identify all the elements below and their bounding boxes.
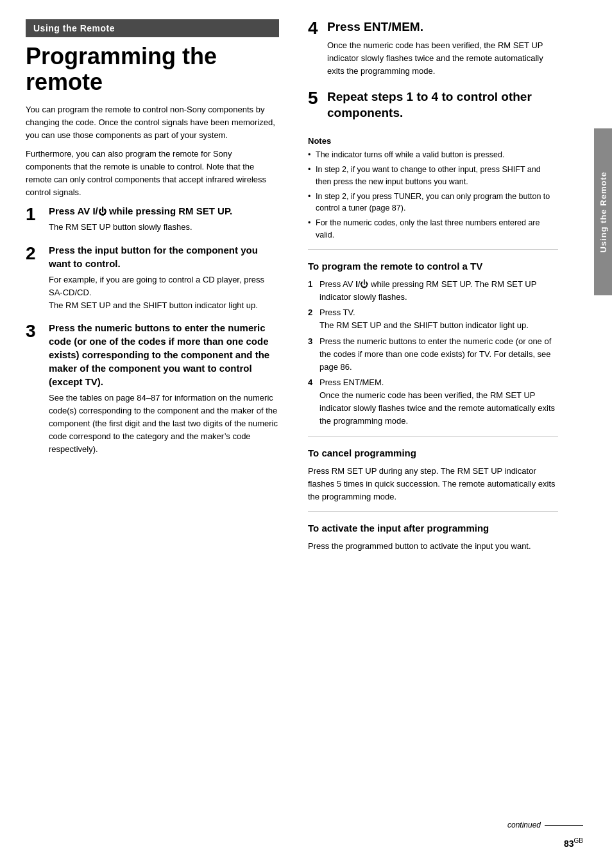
- step-2-number: 2: [26, 245, 49, 263]
- tv-step-1: 1 Press AV I/⏻ while pressing RM SET UP.…: [308, 278, 558, 304]
- divider-2: [308, 436, 558, 437]
- step-4: 4 Press ENT/MEM. Once the numeric code h…: [308, 19, 558, 78]
- step-1: 1 Press AV I/⏻ while pressing RM SET UP.…: [26, 204, 279, 234]
- step-1-desc: The RM SET UP button slowly flashes.: [49, 221, 279, 234]
- subsection-cancel: To cancel programming Press RM SET UP du…: [308, 447, 558, 504]
- step-5: 5 Repeat steps 1 to 4 to control other c…: [308, 89, 558, 125]
- continued-area: continued: [507, 820, 583, 829]
- step-5-number: 5: [308, 89, 327, 107]
- page: Using the Remote Programming the remote …: [0, 0, 612, 868]
- step-3: 3 Press the numeric buttons to enter the…: [26, 321, 279, 456]
- step-3-title: Press the numeric buttons to enter the n…: [49, 321, 279, 388]
- step-2: 2 Press the input button for the compone…: [26, 243, 279, 312]
- subsection-activate: To activate the input after programming …: [308, 522, 558, 553]
- continued-dash: [545, 825, 583, 826]
- divider-3: [308, 511, 558, 512]
- subsection-tv-title: To program the remote to control a TV: [308, 260, 558, 273]
- intro-paragraph-2: Furthermore, you can also program the re…: [26, 148, 279, 200]
- sidebar-tab-label: Using the Remote: [599, 171, 608, 253]
- subsection-cancel-text: Press RM SET UP during any step. The RM …: [308, 465, 558, 503]
- subsection-cancel-title: To cancel programming: [308, 447, 558, 460]
- step-1-title: Press AV I/⏻ while pressing RM SET UP.: [49, 204, 279, 218]
- step-2-desc: For example, if you are going to control…: [49, 273, 279, 312]
- note-item: In step 2, if you want to change to othe…: [308, 164, 558, 188]
- step-5-content: Repeat steps 1 to 4 to control other com…: [327, 89, 558, 125]
- step-3-desc: See the tables on page 84–87 for informa…: [49, 392, 279, 456]
- step-1-content: Press AV I/⏻ while pressing RM SET UP. T…: [49, 204, 279, 234]
- divider: [308, 249, 558, 250]
- tv-step-2: 2 Press TV.The RM SET UP and the SHIFT b…: [308, 306, 558, 332]
- notes-list: The indicator turns off while a valid bu…: [308, 149, 558, 241]
- note-item: For the numeric codes, only the last thr…: [308, 217, 558, 241]
- subsection-activate-text: Press the programmed button to activate …: [308, 540, 558, 553]
- intro-paragraph-1: You can program the remote to control no…: [26, 103, 279, 142]
- sidebar-tab: Using the Remote: [594, 128, 612, 295]
- step-2-title: Press the input button for the component…: [49, 243, 279, 270]
- step-4-desc: Once the numeric code has been verified,…: [327, 39, 558, 78]
- step-3-content: Press the numeric buttons to enter the n…: [49, 321, 279, 456]
- main-title: Programming the remote: [26, 44, 279, 94]
- step-4-content: Press ENT/MEM. Once the numeric code has…: [327, 19, 558, 78]
- continued-label: continued: [507, 820, 541, 829]
- step-2-content: Press the input button for the component…: [49, 243, 279, 312]
- step-4-title: Press ENT/MEM.: [327, 19, 558, 35]
- step-3-number: 3: [26, 322, 49, 340]
- section-header: Using the Remote: [26, 19, 279, 37]
- tv-steps-list: 1 Press AV I/⏻ while pressing RM SET UP.…: [308, 278, 558, 428]
- subsection-tv: To program the remote to control a TV 1 …: [308, 260, 558, 428]
- subsection-activate-title: To activate the input after programming: [308, 522, 558, 535]
- continued-line: continued: [507, 820, 583, 829]
- left-column: Using the Remote Programming the remote …: [0, 0, 295, 868]
- page-number-area: 83GB: [564, 837, 583, 849]
- notes-heading: Notes: [308, 136, 558, 146]
- note-item: The indicator turns off while a valid bu…: [308, 149, 558, 161]
- note-item: In step 2, if you press TUNER, you can o…: [308, 191, 558, 215]
- page-number: 83GB: [564, 838, 583, 849]
- section-header-label: Using the Remote: [33, 23, 115, 33]
- step-1-number: 1: [26, 205, 49, 223]
- step-5-title: Repeat steps 1 to 4 to control other com…: [327, 89, 558, 121]
- tv-step-4: 4 Press ENT/MEM.Once the numeric code ha…: [308, 376, 558, 428]
- right-column: 4 Press ENT/MEM. Once the numeric code h…: [295, 0, 584, 868]
- tv-step-3: 3 Press the numeric buttons to enter the…: [308, 335, 558, 374]
- notes-section: Notes The indicator turns off while a va…: [308, 136, 558, 241]
- step-4-number: 4: [308, 19, 327, 37]
